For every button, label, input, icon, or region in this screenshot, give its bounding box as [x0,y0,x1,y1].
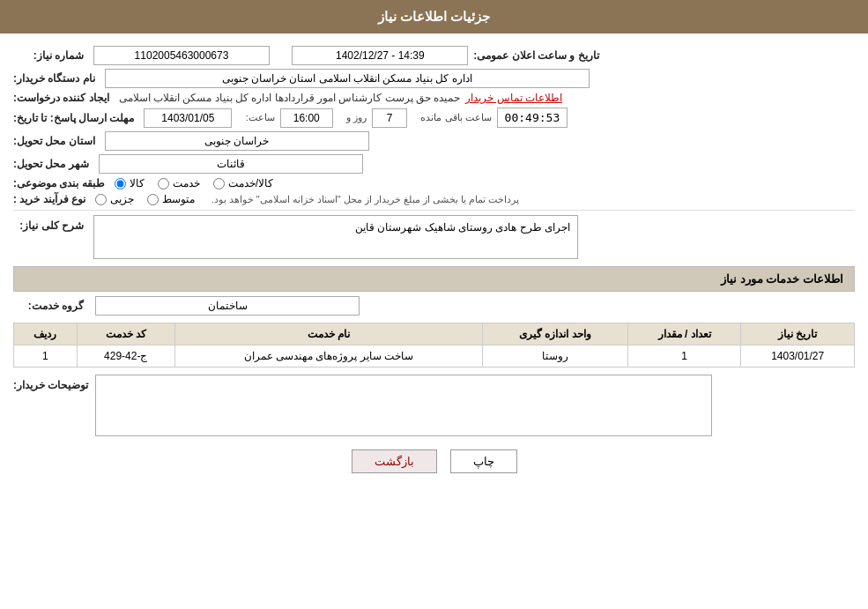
print-button[interactable]: چاپ [450,449,517,473]
table-cell-code: ج-42-429 [77,345,174,368]
deadline-day-label: روز و [346,112,367,123]
services-table: تاریخ نیاز تعداد / مقدار واحد اندازه گیر… [13,323,855,368]
process-radio2-label: متوسط [162,193,195,205]
description-row: اجرای طرح هادی روستای شاهیک شهرستان قاین… [13,215,855,259]
province-row: خراسان جنوبی استان محل تحویل: [13,131,855,151]
table-cell-row: 1 [14,345,78,368]
description-label: شرح کلی نیاز: [13,219,84,232]
col-unit: واحد اندازه گیری [483,323,628,345]
deadline-label: مهلت ارسال پاسخ: تا تاریخ: [13,112,134,124]
services-section-header: اطلاعات خدمات مورد نیاز [13,266,855,292]
buyer-org-row: اداره کل بنیاد مسکن انقلاب اسلامی استان … [13,69,855,88]
process-radio-partial[interactable]: جزیی [95,193,134,205]
process-row: پرداخت تمام یا بخشی از مبلغ خریدار از مح… [13,193,855,205]
service-group-value: ساختمان [95,296,360,316]
buyer-desc-label: توضیحات خریدار: [13,379,88,391]
announce-datetime-label: تاریخ و ساعت اعلان عمومی: [473,49,598,62]
buyer-desc-textarea[interactable] [95,375,712,436]
need-number-value: 1102005463000673 [93,46,270,65]
process-radio-medium[interactable]: متوسط [147,193,195,205]
buyer-org-value: اداره کل بنیاد مسکن انقلاب اسلامی استان … [105,69,590,88]
deadline-time: 16:00 [280,108,333,128]
table-cell-quantity: 1 [627,345,741,368]
process-radio1-label: جزیی [110,193,134,205]
creator-value: حمیده حق پرست کارشناس امور قراردادها ادا… [119,92,461,104]
description-value: اجرای طرح هادی روستای شاهیک شهرستان قاین [93,215,578,259]
category-radio2-input[interactable] [158,178,169,189]
category-radio-khadamat[interactable]: خدمت [158,177,200,189]
buyer-org-label: نام دستگاه خریدار: [13,72,95,85]
category-row: کالا/خدمت خدمت کالا طبقه بندی موضوعی: [13,177,855,189]
category-label: طبقه بندی موضوعی: [13,177,105,189]
col-service-code: کد خدمت [77,323,174,345]
need-number-row: تاریخ و ساعت اعلان عمومی: 1402/12/27 - 1… [13,46,855,65]
service-group-label: گروه خدمت: [13,300,84,312]
col-date: تاریخ نیاز [741,323,855,345]
deadline-time-label: ساعت: [246,112,275,123]
col-row-num: ردیف [14,323,78,345]
creator-label: ایجاد کننده درخواست: [13,92,109,104]
city-value: قائنات [99,154,363,174]
deadline-days: 7 [372,108,407,128]
category-radio3-label: کالا/خدمت [228,177,273,189]
buyer-desc-row: توضیحات خریدار: [13,375,855,436]
page-title: جزئیات اطلاعات نیاز [378,9,490,24]
process-label: نوع فرآیند خرید : [13,193,85,205]
announce-datetime-value: 1402/12/27 - 14:39 [292,46,468,65]
need-number-label: شماره نیاز: [13,49,84,62]
city-label: شهر محل تحویل: [13,158,89,170]
deadline-date: 1403/01/05 [144,108,232,128]
table-cell-unit: روستا [483,345,628,368]
table-row: 1403/01/271روستاساخت سایر پروژه‌های مهند… [14,345,855,368]
category-radio-group: کالا/خدمت خدمت کالا [115,177,273,189]
process-radio1-input[interactable] [95,194,107,205]
deadline-row: 00:49:53 ساعت باقی مانده 7 روز و 16:00 س… [13,108,855,128]
remaining-time: 00:49:53 [497,108,568,128]
services-section-label: اطلاعات خدمات مورد نیاز [721,272,843,286]
col-service-name: نام خدمت [174,323,482,345]
category-radio2-label: خدمت [173,177,200,189]
creator-row: اطلاعات تماس خریدار حمیده حق پرست کارشنا… [13,92,855,104]
process-note: پرداخت تمام یا بخشی از مبلغ خریدار از مح… [211,194,520,205]
table-cell-date: 1403/01/27 [741,345,855,368]
process-radio2-input[interactable] [147,194,159,205]
category-radio-kala-khadamat[interactable]: کالا/خدمت [213,177,273,189]
col-quantity: تعداد / مقدار [627,323,741,345]
table-cell-name: ساخت سایر پروژه‌های مهندسی عمران [174,345,482,368]
contact-link[interactable]: اطلاعات تماس خریدار [465,92,562,104]
service-group-row: ساختمان گروه خدمت: [13,296,855,316]
city-row: قائنات شهر محل تحویل: [13,154,855,174]
category-radio1-input[interactable] [115,178,126,189]
back-button[interactable]: بازگشت [352,449,437,473]
remaining-label: ساعت باقی مانده [420,112,491,123]
category-radio1-label: کالا [130,177,145,189]
page-header: جزئیات اطلاعات نیاز [0,0,868,33]
province-label: استان محل تحویل: [13,135,95,147]
category-radio-kala[interactable]: کالا [115,177,145,189]
process-radio-group: متوسط جزیی [95,193,195,205]
province-value: خراسان جنوبی [105,131,369,151]
buttons-row: چاپ بازگشت [13,449,855,473]
category-radio3-input[interactable] [213,178,225,189]
